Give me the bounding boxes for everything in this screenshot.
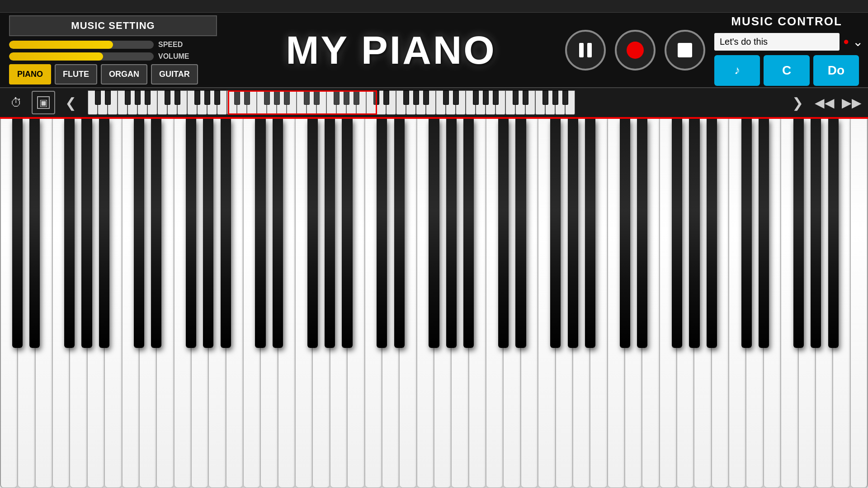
mini-black-key[interactable] [314, 90, 320, 105]
mini-black-key[interactable] [453, 90, 459, 105]
speed-slider-track[interactable] [9, 41, 154, 49]
solfege-label: Do [828, 63, 844, 78]
mini-black-key[interactable] [165, 90, 170, 105]
mini-black-key[interactable] [523, 90, 528, 105]
mini-black-key[interactable] [423, 90, 429, 105]
mini-black-key[interactable] [264, 90, 270, 105]
mini-black-key[interactable] [244, 90, 250, 105]
mini-black-key[interactable] [194, 90, 200, 105]
white-piano-key[interactable] [850, 119, 868, 488]
black-piano-key[interactable] [498, 119, 509, 348]
black-piano-key[interactable] [637, 119, 647, 348]
black-piano-key[interactable] [828, 119, 839, 348]
timer-button[interactable]: ⏱ [5, 91, 28, 114]
mini-black-key[interactable] [95, 90, 101, 105]
volume-slider-track[interactable] [9, 52, 154, 61]
fast-forward-icon: ▶▶ [842, 95, 862, 110]
mini-black-key[interactable] [334, 90, 340, 105]
black-piano-key[interactable] [64, 119, 75, 348]
mini-black-key[interactable] [513, 90, 519, 105]
black-piano-key[interactable] [307, 119, 318, 348]
instrument-organ[interactable]: ORGAN [101, 64, 147, 84]
mini-black-key[interactable] [135, 90, 141, 105]
black-piano-key[interactable] [377, 119, 387, 348]
next-button[interactable]: ❯ [786, 91, 809, 114]
mini-black-key[interactable] [373, 90, 379, 105]
mini-black-key[interactable] [274, 90, 280, 105]
black-piano-key[interactable] [134, 119, 144, 348]
notes-button[interactable]: ♪ [714, 55, 760, 86]
instrument-piano[interactable]: PIANO [9, 64, 51, 84]
mini-black-key[interactable] [383, 90, 389, 105]
notes-icon: ♪ [734, 63, 740, 77]
black-piano-key[interactable] [429, 119, 439, 348]
mini-black-key[interactable] [552, 90, 558, 105]
mini-black-key[interactable] [413, 90, 419, 105]
mini-black-key[interactable] [493, 90, 499, 105]
mini-black-key[interactable] [204, 90, 210, 105]
black-piano-key[interactable] [741, 119, 752, 348]
black-piano-key[interactable] [620, 119, 630, 348]
black-piano-key[interactable] [29, 119, 40, 348]
pause-button[interactable] [565, 30, 606, 70]
mini-black-key[interactable] [354, 90, 359, 105]
mini-black-key[interactable] [483, 90, 489, 105]
mini-black-key[interactable] [234, 90, 240, 105]
mini-black-key[interactable] [145, 90, 151, 105]
black-piano-key[interactable] [255, 119, 265, 348]
black-piano-key[interactable] [186, 119, 196, 348]
black-piano-key[interactable] [689, 119, 699, 348]
stop-button[interactable] [665, 30, 705, 70]
instrument-guitar[interactable]: GUITAR [151, 64, 198, 84]
mini-keyboard[interactable] [88, 90, 780, 115]
mini-black-key[interactable] [284, 90, 290, 105]
chord-label: C [782, 63, 791, 78]
prev-button[interactable]: ❮ [59, 91, 82, 114]
black-piano-key[interactable] [759, 119, 769, 348]
mini-black-key[interactable] [175, 90, 180, 105]
mini-black-key[interactable] [403, 90, 409, 105]
mini-black-key[interactable] [443, 90, 449, 105]
mini-black-key[interactable] [344, 90, 349, 105]
black-piano-key[interactable] [463, 119, 474, 348]
black-piano-key[interactable] [811, 119, 821, 348]
black-piano-key[interactable] [342, 119, 352, 348]
black-piano-key[interactable] [446, 119, 457, 348]
black-piano-key[interactable] [394, 119, 405, 348]
fast-forward-button[interactable]: ▶▶ [840, 91, 863, 114]
black-piano-key[interactable] [203, 119, 213, 348]
dropdown-button[interactable]: ⌄ [853, 34, 863, 49]
black-piano-key[interactable] [707, 119, 717, 348]
black-piano-key[interactable] [151, 119, 161, 348]
speed-label: SPEED [158, 41, 194, 49]
mini-black-key[interactable] [542, 90, 548, 105]
black-piano-key[interactable] [99, 119, 109, 348]
black-piano-key[interactable] [550, 119, 561, 348]
chord-button[interactable]: C [764, 55, 809, 86]
black-piano-key[interactable] [585, 119, 595, 348]
record-button[interactable] [615, 30, 656, 70]
mini-black-key[interactable] [562, 90, 568, 105]
black-piano-key[interactable] [12, 119, 23, 348]
instrument-flute[interactable]: FLUTE [55, 64, 97, 84]
rewind-button[interactable]: ◀◀ [813, 91, 836, 114]
speed-row: SPEED [9, 41, 217, 49]
song-selector-input[interactable] [714, 33, 840, 51]
black-piano-key[interactable] [793, 119, 804, 348]
black-piano-key[interactable] [221, 119, 231, 348]
black-piano-key[interactable] [672, 119, 682, 348]
black-piano-key[interactable] [325, 119, 335, 348]
mini-black-key[interactable] [125, 90, 131, 105]
mini-black-key[interactable] [473, 90, 479, 105]
black-piano-key[interactable] [81, 119, 92, 348]
expand-button[interactable]: ▣ [32, 91, 55, 114]
music-setting-title: MUSIC SETTING [9, 15, 217, 36]
mini-black-key[interactable] [105, 90, 111, 105]
black-piano-key[interactable] [515, 119, 526, 348]
solfege-button[interactable]: Do [813, 55, 859, 86]
mini-black-key[interactable] [214, 90, 220, 105]
black-piano-key[interactable] [273, 119, 283, 348]
mini-black-key[interactable] [304, 90, 310, 105]
piano-area [0, 119, 868, 488]
black-piano-key[interactable] [568, 119, 578, 348]
